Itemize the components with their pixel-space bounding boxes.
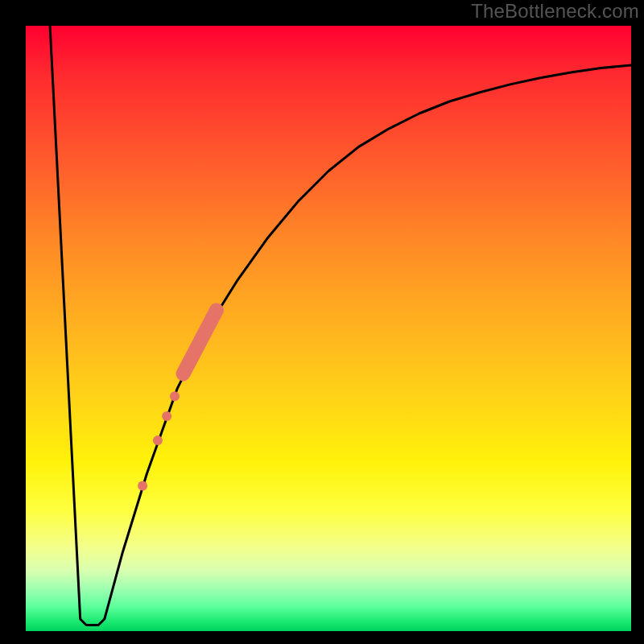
marker-dots xyxy=(138,391,180,490)
chart-svg xyxy=(26,26,631,631)
marker-band xyxy=(184,310,217,374)
watermark-text: TheBottleneck.com xyxy=(471,0,639,23)
marker-dot xyxy=(138,481,147,491)
marker-dot xyxy=(153,436,163,445)
marker-dot xyxy=(162,411,171,421)
chart-frame: TheBottleneck.com xyxy=(0,0,644,644)
marker-dot xyxy=(170,391,180,401)
plot-area xyxy=(26,26,631,631)
bottleneck-curve xyxy=(50,26,631,625)
